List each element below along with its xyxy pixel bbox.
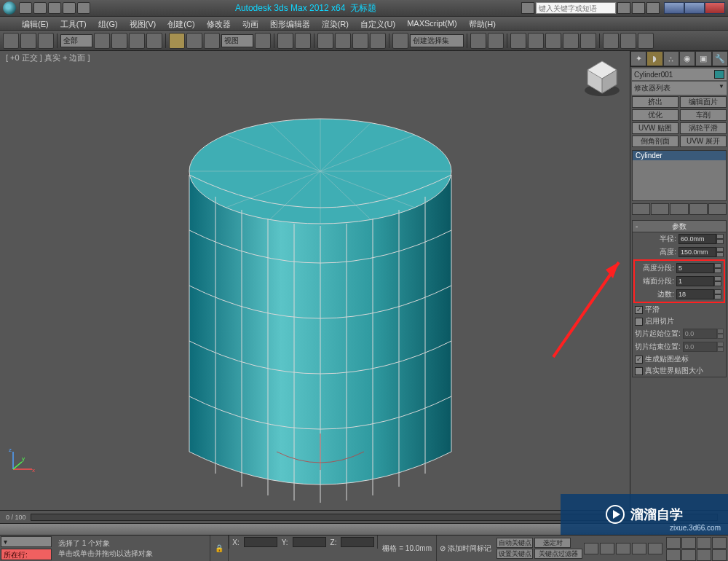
- snap-percent-icon[interactable]: [352, 33, 368, 49]
- stack-item-cylinder[interactable]: Cylinder: [633, 151, 726, 160]
- setkey-button[interactable]: 设置关键点: [496, 549, 533, 559]
- render-setup-icon[interactable]: [603, 33, 619, 49]
- menu-views[interactable]: 视图(V): [124, 17, 162, 30]
- walk-icon[interactable]: [681, 537, 696, 549]
- close-button[interactable]: [705, 2, 725, 14]
- orbit-icon[interactable]: [697, 549, 711, 561]
- rollout-header[interactable]: 参数: [633, 221, 726, 232]
- select-region-icon[interactable]: [129, 33, 145, 49]
- snap-2d-icon[interactable]: [317, 33, 333, 49]
- spin-up-icon[interactable]: [716, 234, 724, 239]
- menu-maxscript[interactable]: MAXScript(M): [401, 17, 462, 30]
- make-unique-icon[interactable]: [670, 203, 688, 215]
- modbtn-lathe[interactable]: 车削: [680, 109, 727, 121]
- spin-down-icon[interactable]: [716, 252, 724, 257]
- lock-selection-icon[interactable]: 🔒: [210, 536, 229, 561]
- modbtn-turbosmooth[interactable]: 涡轮平滑: [680, 122, 727, 134]
- select-scale-icon[interactable]: [204, 33, 220, 49]
- tab-hierarchy-icon[interactable]: ⛬: [663, 51, 679, 66]
- tab-modify-icon[interactable]: ◗: [646, 51, 662, 66]
- viewport[interactable]: [ +0 正交 ] 真实 + 边面 ]: [0, 51, 630, 510]
- menu-animation[interactable]: 动画: [237, 17, 264, 30]
- selset-button[interactable]: 选定对: [534, 538, 571, 548]
- next-frame-icon[interactable]: [632, 543, 646, 554]
- select-object-icon[interactable]: [94, 33, 110, 49]
- keyboard-shortcut-icon[interactable]: [295, 33, 311, 49]
- qat-new-icon[interactable]: [19, 2, 32, 14]
- prev-frame-icon[interactable]: [600, 543, 614, 554]
- spin-down-icon[interactable]: [716, 239, 724, 244]
- selection-filter-dropdown[interactable]: 全部: [60, 34, 92, 47]
- select-rotate-icon[interactable]: [186, 33, 202, 49]
- help-icon[interactable]: [617, 2, 630, 14]
- spin-up-icon[interactable]: [714, 276, 721, 281]
- goto-end-icon[interactable]: [648, 543, 662, 554]
- height-spinner[interactable]: 150.0mm: [678, 247, 716, 257]
- play-icon[interactable]: [616, 543, 630, 554]
- spin-down-icon[interactable]: [714, 268, 721, 273]
- zoom-all-icon[interactable]: [712, 537, 727, 549]
- comm-center-icon[interactable]: [632, 2, 645, 14]
- unlink-icon[interactable]: [20, 33, 36, 49]
- align-icon[interactable]: [488, 33, 504, 49]
- z-input[interactable]: [341, 537, 374, 547]
- sides-spinner[interactable]: 18: [676, 289, 714, 299]
- modifier-stack[interactable]: Cylinder: [632, 150, 727, 201]
- realworld-checkbox[interactable]: [635, 367, 643, 375]
- selset-lock-dropdown[interactable]: ▾: [1, 536, 52, 547]
- spin-up-icon[interactable]: [714, 263, 721, 268]
- favorites-icon[interactable]: [646, 2, 660, 14]
- menu-tools[interactable]: 工具(T): [55, 17, 92, 30]
- modbtn-editpatch[interactable]: 编辑面片: [680, 96, 727, 108]
- show-end-result-icon[interactable]: [651, 203, 669, 215]
- qat-save-icon[interactable]: [48, 2, 61, 14]
- modifier-list-dropdown[interactable]: 修改器列表: [632, 82, 727, 95]
- named-selset-dropdown[interactable]: 创建选择集: [410, 34, 464, 47]
- pan-icon[interactable]: [666, 537, 681, 549]
- refcoord-dropdown[interactable]: 视图: [221, 34, 253, 47]
- material-editor-icon[interactable]: [580, 33, 596, 49]
- search-input[interactable]: [536, 2, 616, 14]
- heightsegs-spinner[interactable]: 5: [676, 263, 714, 273]
- spin-down-icon[interactable]: [714, 294, 721, 299]
- object-name-field[interactable]: Cylinder001: [632, 68, 727, 80]
- window-crossing-icon[interactable]: [146, 33, 162, 49]
- schematic-icon[interactable]: [563, 33, 579, 49]
- remove-modifier-icon[interactable]: [689, 203, 708, 215]
- app-menu-icon[interactable]: [3, 1, 16, 15]
- qat-undo-icon[interactable]: [63, 2, 76, 14]
- pivot-center-icon[interactable]: [255, 33, 271, 49]
- snap-angle-icon[interactable]: [335, 33, 351, 49]
- viewcube[interactable]: [580, 57, 624, 101]
- rendered-frame-icon[interactable]: [620, 33, 636, 49]
- max-toggle-icon[interactable]: [712, 549, 727, 561]
- bind-spacewarp-icon[interactable]: [38, 33, 54, 49]
- menu-customize[interactable]: 自定义(U): [355, 17, 401, 30]
- qat-redo-icon[interactable]: [77, 2, 90, 14]
- viewport-label[interactable]: [ +0 正交 ] 真实 + 边面 ]: [6, 52, 90, 63]
- tab-create-icon[interactable]: ✦: [630, 51, 646, 66]
- genuv-checkbox[interactable]: [635, 356, 643, 364]
- goto-start-icon[interactable]: [584, 543, 598, 554]
- modbtn-optimize[interactable]: 优化: [632, 109, 678, 121]
- modbtn-extrude[interactable]: 挤出: [632, 96, 678, 108]
- menu-edit[interactable]: 编辑(E): [16, 17, 55, 30]
- zoom-extents-icon[interactable]: [666, 549, 681, 561]
- curve-editor-icon[interactable]: [545, 33, 561, 49]
- layers-icon[interactable]: [510, 33, 526, 49]
- timetag-icon[interactable]: ⊘ 添加时间标记: [437, 536, 494, 561]
- spin-down-icon[interactable]: [714, 281, 721, 286]
- minimize-button[interactable]: [664, 2, 684, 14]
- cylinder-object[interactable]: [175, 109, 466, 517]
- slice-checkbox[interactable]: [635, 318, 643, 326]
- autokey-button[interactable]: 自动关键点: [496, 538, 533, 548]
- qat-open-icon[interactable]: [33, 2, 47, 14]
- y-input[interactable]: [293, 537, 326, 547]
- keyfilters-button[interactable]: 关键点过滤器: [534, 549, 582, 559]
- select-move-icon[interactable]: [169, 33, 185, 49]
- menu-help[interactable]: 帮助(H): [463, 17, 502, 30]
- object-color-swatch[interactable]: [714, 70, 724, 79]
- modbtn-uvwmap[interactable]: UVW 贴图: [632, 122, 678, 134]
- link-icon[interactable]: [3, 33, 19, 49]
- menu-create[interactable]: 创建(C): [162, 17, 200, 30]
